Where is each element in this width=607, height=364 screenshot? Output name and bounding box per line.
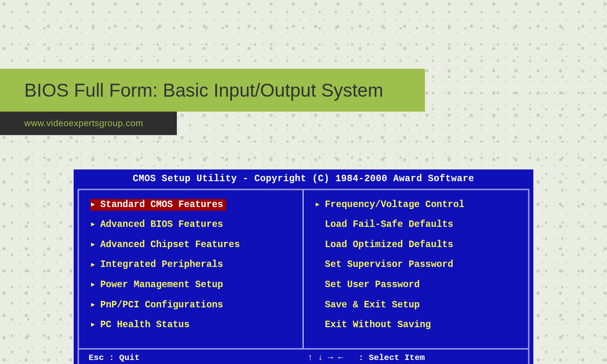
bios-menu-item[interactable]: ▶Standard CMOS Features [90, 199, 226, 211]
bios-menu-box: ▶Standard CMOS Features▶Advanced BIOS Fe… [78, 189, 529, 348]
bios-menu-item[interactable]: ▶Set User Password [315, 279, 423, 291]
bios-menu-item-label: Power Management Setup [100, 279, 223, 291]
bios-menu-item[interactable]: ▶Frequency/Voltage Control [315, 199, 468, 211]
source-url-text: www.videoexpertsgroup.com [24, 118, 143, 129]
triangle-right-icon: ▶ [91, 201, 95, 209]
bios-menu-left-column: ▶Standard CMOS Features▶Advanced BIOS Fe… [79, 190, 304, 348]
source-url-bar: www.videoexpertsgroup.com [0, 112, 177, 135]
bios-menu-item[interactable]: ▶Load Fail-Safe Defaults [315, 219, 456, 231]
bios-menu-item[interactable]: ▶Load Optimized Defaults [315, 239, 456, 251]
bios-footer-left: Esc : Quit F10 : Save & Exit Setup [89, 353, 304, 364]
bios-menu-item-label: Standard CMOS Features [100, 199, 223, 211]
page-title-bar: BIOS Full Form: Basic Input/Output Syste… [0, 69, 425, 112]
bios-menu-item-label: Load Optimized Defaults [325, 239, 453, 251]
bios-menu-item[interactable]: ▶Exit Without Saving [315, 319, 434, 331]
triangle-right-icon: ▶ [91, 321, 95, 329]
bios-menu-item-label: Save & Exit Setup [325, 300, 420, 311]
triangle-right-icon: ▶ [91, 241, 95, 249]
bios-menu-item[interactable]: ▶PC Health Status [90, 319, 193, 331]
bios-menu-item[interactable]: ▶Save & Exit Setup [315, 299, 423, 311]
bios-menu-item-label: Advanced BIOS Features [100, 219, 223, 231]
bios-menu-item[interactable]: ▶Advanced BIOS Features [90, 219, 226, 231]
bios-menu-item[interactable]: ▶Power Management Setup [90, 279, 226, 291]
bios-menu-item-label: PnP/PCI Configurations [100, 300, 223, 311]
bios-footer-right: ↑ ↓ → ← : Select Item [304, 353, 518, 364]
bios-menu-item-label: Integrated Peripherals [100, 259, 223, 271]
page-title: BIOS Full Form: Basic Input/Output Syste… [24, 79, 383, 101]
bios-menu-item-label: Load Fail-Safe Defaults [325, 219, 453, 231]
bios-menu-right-column: ▶Frequency/Voltage Control▶Load Fail-Saf… [304, 190, 528, 348]
bios-menu-item-label: Frequency/Voltage Control [325, 199, 465, 211]
bios-menu-item-label: Advanced Chipset Features [100, 239, 240, 251]
bios-menu-item-label: Set Supervisor Password [325, 259, 453, 271]
bios-menu-item-label: Set User Password [325, 279, 420, 291]
bios-menu-item-label: Exit Without Saving [325, 320, 431, 331]
triangle-right-icon: ▶ [91, 221, 95, 229]
bios-menu-item[interactable]: ▶Set Supervisor Password [315, 259, 456, 271]
triangle-right-icon: ▶ [91, 261, 95, 269]
bios-footer: Esc : Quit F10 : Save & Exit Setup ↑ ↓ →… [78, 348, 529, 364]
bios-menu-item[interactable]: ▶Advanced Chipset Features [90, 239, 243, 251]
triangle-right-icon: ▶ [316, 201, 320, 209]
bios-menu-item[interactable]: ▶Integrated Peripherals [90, 259, 226, 271]
bios-title: CMOS Setup Utility - Copyright (C) 1984-… [78, 172, 529, 189]
triangle-right-icon: ▶ [91, 281, 95, 289]
triangle-right-icon: ▶ [91, 301, 95, 309]
bios-menu-item[interactable]: ▶PnP/PCI Configurations [90, 299, 226, 311]
bios-window: CMOS Setup Utility - Copyright (C) 1984-… [74, 169, 533, 364]
bios-menu-item-label: PC Health Status [100, 320, 190, 331]
